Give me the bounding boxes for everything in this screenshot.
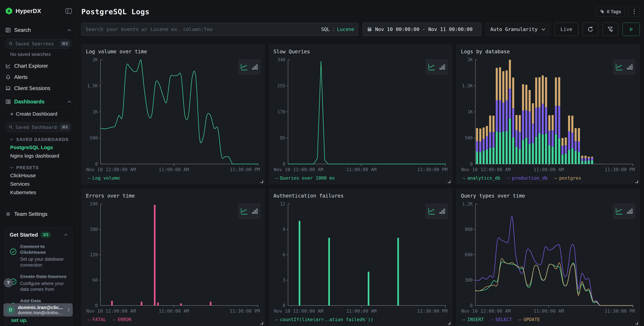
legend-swatch: — — [88, 175, 90, 181]
saved-dashboards-field[interactable] — [16, 125, 58, 130]
filter-icon — [607, 26, 614, 33]
create-dashboard-button[interactable]: + Create Dashboard — [0, 109, 77, 119]
sidebar-item-team-settings[interactable]: Team Settings — [0, 208, 77, 220]
time-range-picker[interactable]: Nov 10 00:00:00 - Nov 11 00:00:00 — [363, 23, 481, 36]
panel-resize-handle[interactable] — [260, 322, 263, 324]
panel-title: Logs by database — [461, 49, 635, 56]
get-started-item-connect[interactable]: Connect to ClickHouse Set up your databa… — [10, 244, 68, 268]
saved-searches-input[interactable]: ⌘K — [5, 39, 72, 49]
legend-swatch: — — [275, 317, 278, 322]
tags-button[interactable]: 0 Tags — [596, 7, 625, 17]
saved-dashboards-group-header[interactable]: SAVED DASHBOARDS — [0, 136, 77, 143]
sidebar-search-label: Search — [14, 27, 31, 33]
granularity-select[interactable]: Auto Granularity — [486, 23, 550, 36]
chart-plot-area: 05001K1.5K2KNov 10 12:00:00 AM11:00:00 A… — [461, 56, 635, 173]
svg-text:11:30:00 PM: 11:30:00 PM — [605, 308, 635, 314]
get-started-header[interactable]: Get Started 3/3 — [10, 232, 68, 238]
svg-text:85: 85 — [280, 135, 285, 141]
bar-chart-toggle-icon[interactable] — [252, 64, 258, 70]
legend-item[interactable]: —countIf(like(arr..ation failed%')) — [275, 317, 374, 322]
panel-resize-handle[interactable] — [260, 180, 263, 183]
sidebar-dashboard-postgresql-logs[interactable]: PostgreSQL Logs — [0, 143, 77, 152]
legend-item[interactable]: —SELECT — [490, 317, 512, 322]
more-menu-button[interactable] — [628, 7, 640, 17]
alerts-label: Alerts — [14, 74, 28, 80]
svg-text:11:00:00 AM: 11:00:00 AM — [159, 308, 189, 314]
legend-item[interactable]: —FATAL — [88, 317, 106, 322]
svg-text:1K: 1K — [468, 109, 473, 114]
bar-chart-toggle-icon[interactable] — [439, 208, 446, 215]
live-button[interactable]: Live — [554, 23, 578, 36]
get-started-item-title: Connect to ClickHouse — [20, 244, 68, 255]
get-started-item-sources[interactable]: Create Data Sources Configure where your… — [10, 274, 68, 292]
chart-legend: —Log volume — [86, 173, 260, 182]
legend-item[interactable]: —INSERT — [462, 317, 484, 322]
dashboards-icon — [5, 99, 11, 105]
legend-item[interactable]: —postgres — [554, 175, 581, 181]
user-name: dominic.tran@clic... — [18, 305, 64, 310]
bar-chart-toggle-icon[interactable] — [252, 208, 258, 215]
line-chart-toggle-icon[interactable] — [428, 64, 436, 71]
laptop-icon — [5, 86, 11, 91]
chart-plot-area: 05001K1.5K2KNov 10 12:00:00 AM11:00:00 A… — [86, 56, 260, 173]
sql-mode-toggle[interactable]: SQL — [321, 27, 330, 32]
line-chart-toggle-icon[interactable] — [615, 208, 623, 215]
chart-svg: 085170255340Nov 10 12:00:00 AM11:00:00 A… — [274, 56, 448, 173]
sidebar-section-search[interactable]: Search — [0, 25, 77, 36]
line-chart-toggle-icon[interactable] — [428, 208, 436, 215]
line-chart-toggle-icon[interactable] — [615, 64, 623, 71]
panel-resize-handle[interactable] — [636, 180, 638, 183]
legend-item[interactable]: —Queries over 1000 ms — [275, 175, 335, 181]
bar-chart-toggle-icon[interactable] — [439, 64, 446, 70]
refresh-button[interactable] — [582, 23, 598, 36]
sidebar-item-client-sessions[interactable]: Client Sessions — [0, 83, 77, 94]
sidebar-item-chart-explorer[interactable]: Chart Explorer — [0, 61, 77, 72]
saved-searches-field[interactable] — [16, 41, 58, 46]
svg-text:11:30:00 PM: 11:30:00 PM — [605, 167, 635, 172]
chevron-right-icon — [67, 308, 70, 312]
run-query-button[interactable] — [622, 23, 640, 36]
sidebar-dashboard-nginx-logs[interactable]: Nginx logs dashboard — [0, 152, 77, 160]
legend-item[interactable]: —production_db — [507, 175, 548, 181]
svg-text:0: 0 — [470, 161, 473, 167]
legend-item[interactable]: —UPDATE — [519, 317, 540, 322]
sidebar: HyperDX Search ⌘K No saved searches — [0, 0, 77, 326]
line-chart-toggle-icon[interactable] — [240, 208, 248, 215]
legend-item[interactable]: —ERROR — [113, 317, 132, 322]
dashboard-link-label: Nginx logs dashboard — [10, 153, 59, 159]
event-search-input[interactable] — [86, 27, 318, 32]
sidebar-item-alerts[interactable]: Alerts — [0, 72, 77, 83]
help-button[interactable]: ? — [4, 278, 13, 287]
panel-resize-handle[interactable] — [448, 180, 450, 183]
plus-icon: + — [10, 111, 14, 117]
presets-group-header[interactable]: PRESETS — [0, 164, 77, 171]
sidebar-section-dashboards[interactable]: Dashboards — [0, 96, 77, 107]
chart-type-toggle — [613, 203, 636, 219]
panel-title: Errors over time — [86, 193, 260, 200]
legend-item[interactable]: —Log volume — [88, 175, 120, 181]
panel-resize-handle[interactable] — [448, 322, 450, 324]
bar-chart-toggle-icon[interactable] — [626, 208, 633, 215]
sidebar-preset-services[interactable]: Services — [0, 180, 77, 188]
line-chart-toggle-icon[interactable] — [240, 64, 248, 71]
sidebar-preset-clickhouse[interactable]: ClickHouse — [0, 171, 77, 180]
chart-panel-5: Authentication failures036912Nov 10 12:0… — [269, 189, 452, 326]
sidebar-preset-kubernetes[interactable]: Kubernetes — [0, 188, 77, 197]
saved-dashboards-input[interactable]: ⌘K — [5, 122, 72, 132]
lucene-mode-toggle[interactable]: Lucene — [337, 27, 354, 32]
presets-group-label: PRESETS — [16, 165, 39, 170]
create-dashboard-label: Create Dashboard — [16, 111, 57, 117]
bell-icon — [5, 74, 11, 80]
filter-button[interactable] — [602, 23, 618, 36]
user-menu[interactable]: D dominic.tran@clic... dominic.tran@clic… — [4, 303, 73, 316]
query-toolbar: SQL | Lucene Nov 10 00:00:00 - Nov 11 00… — [81, 23, 640, 36]
bar-chart-toggle-icon[interactable] — [626, 64, 633, 70]
client-sessions-label: Client Sessions — [14, 85, 50, 91]
svg-text:0: 0 — [282, 303, 285, 308]
search-icon — [8, 125, 13, 129]
svg-text:Nov 10 12:00:00 AM: Nov 10 12:00:00 AM — [86, 167, 136, 172]
sidebar-collapse-button[interactable] — [65, 8, 72, 14]
panel-resize-handle[interactable] — [636, 322, 638, 324]
legend-item[interactable]: —analytics_db — [462, 175, 500, 181]
app-title: HyperDX — [16, 8, 41, 15]
